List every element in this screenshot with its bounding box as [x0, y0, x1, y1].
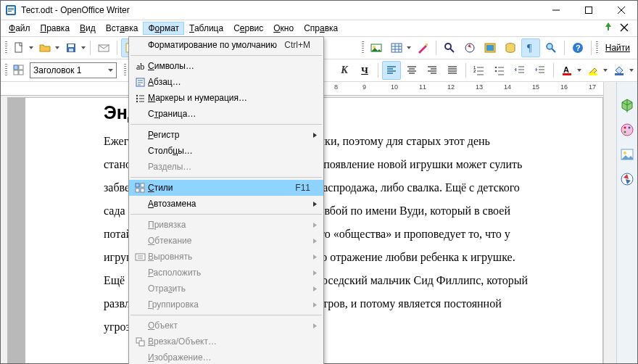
- menu-item[interactable]: Столбцы…: [129, 143, 323, 159]
- svg-text:A: A: [563, 65, 569, 74]
- svg-point-16: [445, 44, 451, 49]
- font-color-dropdown[interactable]: [576, 69, 582, 72]
- menu-tools[interactable]: Сервис: [228, 22, 268, 35]
- svg-rect-15: [426, 44, 428, 46]
- menu-item[interactable]: Абзац…: [129, 74, 323, 90]
- svg-rect-3: [8, 9, 14, 10]
- svg-point-37: [621, 124, 633, 136]
- align-justify-button[interactable]: [443, 61, 462, 80]
- menu-item-accelerator: F11: [295, 183, 310, 193]
- sidebar-palette-icon[interactable]: [620, 123, 634, 137]
- menu-item-label: Выровнять: [148, 252, 310, 262]
- menu-view[interactable]: Вид: [75, 22, 101, 35]
- svg-rect-26: [19, 65, 23, 70]
- open-dropdown[interactable]: [54, 46, 60, 49]
- vertical-scrollbar[interactable]: [603, 82, 616, 363]
- close-doc-icon[interactable]: [618, 22, 630, 36]
- ruler-tick: 17: [589, 83, 596, 91]
- bgcolor-button[interactable]: [610, 61, 629, 80]
- underline-button[interactable]: Ч: [355, 61, 374, 80]
- ruler-tick: 15: [532, 83, 539, 91]
- menu-file[interactable]: Файл: [4, 22, 36, 35]
- paragraph-style-combo[interactable]: Заголовок 1: [30, 62, 117, 78]
- new-button[interactable]: [9, 38, 28, 57]
- ruler-tick: 13: [476, 83, 483, 91]
- new-dropdown[interactable]: [28, 46, 34, 49]
- menu-format[interactable]: Формат: [143, 22, 184, 35]
- find-link[interactable]: Найти: [601, 43, 634, 53]
- menu-item[interactable]: Форматирование по умолчаниюCtrl+M: [129, 37, 323, 53]
- submenu-arrow-icon: [310, 269, 318, 277]
- toolbar-handle-4[interactable]: [4, 64, 8, 77]
- menu-insert[interactable]: Вставка: [101, 22, 144, 35]
- menu-window[interactable]: Окно: [268, 22, 299, 35]
- menu-item[interactable]: abСимволы…: [129, 58, 323, 74]
- menu-help[interactable]: Справка: [299, 22, 343, 35]
- align-left-button[interactable]: [382, 61, 401, 80]
- align-center-button[interactable]: [402, 61, 421, 80]
- font-color-button[interactable]: A: [558, 61, 576, 80]
- menu-item: Выровнять: [129, 249, 323, 265]
- toolbar-handle-5[interactable]: [123, 64, 127, 77]
- ruler-tick: 10: [391, 83, 398, 91]
- save-button[interactable]: [62, 38, 80, 57]
- minimize-button[interactable]: [539, 1, 572, 20]
- mail-button[interactable]: [94, 38, 113, 57]
- save-dropdown[interactable]: [80, 46, 86, 49]
- maximize-button[interactable]: [572, 1, 605, 20]
- menu-item[interactable]: Автозамена: [129, 196, 323, 212]
- menu-item[interactable]: Страница…: [129, 106, 323, 122]
- menu-item: Обтекание: [129, 233, 323, 249]
- datasources-button[interactable]: [501, 38, 520, 57]
- menu-item-label: Объект: [148, 320, 310, 331]
- menu-item: Разделы…: [129, 159, 323, 175]
- toolbar-handle-3[interactable]: [595, 41, 600, 54]
- draw-button[interactable]: [413, 38, 432, 57]
- svg-rect-51: [136, 189, 139, 192]
- open-button[interactable]: [36, 38, 54, 57]
- navigator-button[interactable]: [460, 38, 479, 57]
- italic-button[interactable]: К: [335, 61, 354, 80]
- menu-item: Изображение…: [129, 349, 323, 364]
- find-button[interactable]: [440, 38, 459, 57]
- update-icon[interactable]: [602, 22, 614, 36]
- menu-item[interactable]: Регистр: [129, 127, 323, 143]
- sidebar-compass-icon[interactable]: [620, 172, 634, 186]
- highlight-button[interactable]: [584, 61, 602, 80]
- sidebar-cube-icon[interactable]: [620, 98, 634, 112]
- gallery-button[interactable]: [367, 38, 386, 57]
- submenu-arrow-icon: [310, 131, 318, 139]
- align-right-button[interactable]: [423, 61, 442, 80]
- toolbar-handle[interactable]: [4, 41, 8, 54]
- menu-item[interactable]: СтилиF11: [129, 180, 323, 196]
- frame-icon: [132, 336, 148, 347]
- menu-table[interactable]: Таблица: [184, 22, 228, 35]
- gallery2-button[interactable]: [481, 38, 500, 57]
- menu-item-label: Маркеры и нумерация…: [148, 93, 310, 103]
- numbered-list-button[interactable]: 12: [470, 61, 489, 80]
- help-button[interactable]: ?: [568, 38, 587, 57]
- zoom-button[interactable]: [542, 38, 560, 57]
- toolbar-handle-2[interactable]: [361, 41, 365, 54]
- bullet-list-button[interactable]: [490, 61, 509, 80]
- bul-icon: [132, 93, 148, 104]
- para-icon: [132, 77, 148, 88]
- sidebar-image-icon[interactable]: [620, 147, 634, 162]
- menu-item[interactable]: Маркеры и нумерация…: [129, 90, 323, 106]
- menu-item-label: Стили: [148, 183, 295, 193]
- table-dropdown[interactable]: [406, 46, 412, 49]
- formatting-marks-button[interactable]: ¶: [521, 38, 540, 57]
- bgcolor-dropdown[interactable]: [629, 69, 634, 72]
- highlight-dropdown[interactable]: [602, 69, 608, 72]
- table-button[interactable]: [387, 38, 406, 57]
- indent-button[interactable]: [531, 61, 550, 80]
- svg-rect-27: [14, 70, 18, 75]
- svg-rect-9: [69, 49, 73, 51]
- close-button[interactable]: [605, 1, 637, 20]
- menu-edit[interactable]: Правка: [36, 22, 75, 35]
- styles-button[interactable]: [9, 61, 28, 80]
- menu-item-label: Врезка/Объект…: [148, 336, 310, 347]
- outdent-button[interactable]: [510, 61, 529, 80]
- svg-rect-50: [141, 183, 144, 187]
- titlebar: Тест.odt - OpenOffice Writer: [1, 1, 637, 20]
